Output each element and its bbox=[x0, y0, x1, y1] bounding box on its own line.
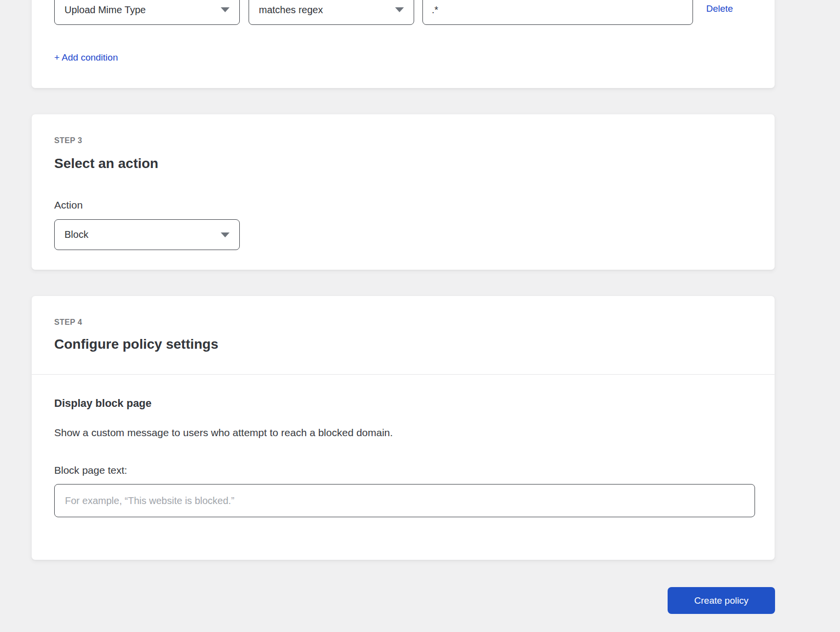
chevron-down-icon bbox=[221, 7, 230, 12]
block-page-description: Show a custom message to users who attem… bbox=[54, 427, 393, 439]
step3-step-label: STEP 3 bbox=[54, 136, 82, 145]
create-policy-button[interactable]: Create policy bbox=[668, 587, 775, 614]
condition-selector-dropdown[interactable]: Upload Mime Type bbox=[54, 0, 240, 25]
step3-card: STEP 3 Select an action Action Block bbox=[31, 114, 775, 270]
chevron-down-icon bbox=[395, 7, 404, 12]
chevron-down-icon bbox=[221, 232, 230, 237]
step3-title: Select an action bbox=[54, 155, 158, 172]
delete-condition-link[interactable]: Delete bbox=[706, 3, 733, 14]
condition-card: Upload Mime Type matches regex Delete + … bbox=[31, 0, 775, 88]
action-dropdown[interactable]: Block bbox=[54, 219, 240, 250]
display-block-page-heading: Display block page bbox=[54, 397, 151, 410]
step4-step-label: STEP 4 bbox=[54, 318, 82, 327]
condition-value-input[interactable] bbox=[422, 0, 693, 25]
block-page-text-label: Block page text: bbox=[54, 464, 127, 476]
card-header-divider bbox=[32, 374, 775, 375]
step4-card: STEP 4 Configure policy settings Display… bbox=[31, 295, 775, 560]
action-label: Action bbox=[54, 199, 83, 211]
condition-selector-value: Upload Mime Type bbox=[64, 4, 146, 16]
block-page-text-input[interactable] bbox=[54, 484, 755, 517]
add-condition-link[interactable]: + Add condition bbox=[54, 52, 118, 63]
condition-operator-dropdown[interactable]: matches regex bbox=[249, 0, 414, 25]
step4-title: Configure policy settings bbox=[54, 336, 218, 353]
action-dropdown-value: Block bbox=[64, 229, 88, 240]
condition-operator-value: matches regex bbox=[259, 4, 323, 16]
